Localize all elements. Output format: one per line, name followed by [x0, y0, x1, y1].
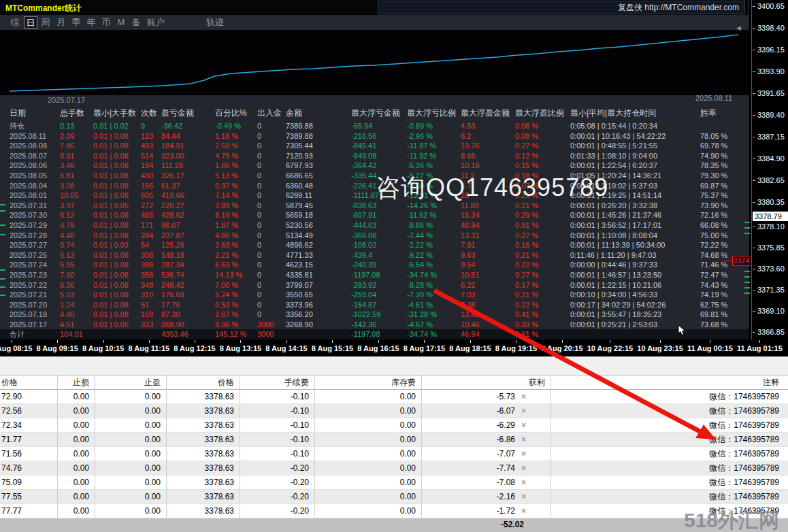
- stats-row[interactable]: 2025.08.087.860.01 | 0.08493184.512.59 %…: [0, 141, 749, 151]
- stats-row[interactable]: 2025.07.308.120.01 | 0.08485428.628.19 %…: [0, 210, 749, 220]
- stats-row[interactable]: 2025.07.201.240.01 | 0.085117.760.53 %03…: [0, 300, 749, 310]
- position-cell-profit: -6.29×: [422, 418, 551, 433]
- close-position-icon[interactable]: ×: [521, 493, 526, 501]
- menu-item-year[interactable]: 年: [84, 16, 98, 29]
- positions-header-cell[interactable]: 价格: [0, 376, 58, 390]
- stats-header-cell: 盈亏金额: [161, 106, 215, 120]
- stats-cell-count: 348: [141, 280, 161, 290]
- time-axis-label: 10 Aug 22:15: [587, 344, 633, 352]
- stats-cell-hold: 0:00:00 | 0:44:46 | 9:37:33: [570, 260, 700, 270]
- panel-collapse-arrow[interactable]: ◀: [736, 24, 741, 31]
- stats-cell-max_dd_pct: -34.74 %: [407, 270, 461, 280]
- menu-item-track[interactable]: 轨迹: [206, 16, 224, 29]
- stats-row[interactable]: 2025.08.112.090.01 | 0.0812384.441.16 %0…: [0, 131, 749, 142]
- stats-row[interactable]: 2025.07.184.400.01 | 0.0815987.302.67 %0…: [0, 310, 749, 320]
- price-axis-label: 3384.90: [757, 154, 785, 163]
- time-axis[interactable]: 8 Aug 08:158 Aug 09:158 Aug 10:158 Aug 1…: [0, 340, 788, 356]
- position-cell-price_open: 72.34: [0, 418, 58, 433]
- close-position-icon[interactable]: ×: [521, 421, 526, 429]
- position-row[interactable]: 72.900.000.003378.63-0.100.00-5.73×微信：17…: [0, 390, 788, 404]
- close-position-icon[interactable]: ×: [521, 407, 526, 415]
- stats-row[interactable]: 2025.07.284.480.01 | 0.08284237.874.86 %…: [0, 231, 749, 241]
- positions-header-cell[interactable]: 止盈: [95, 376, 167, 390]
- menu-item-currency[interactable]: 币: [99, 16, 113, 29]
- stats-cell-max_dd_pct: -31.28 %: [407, 310, 461, 320]
- close-position-icon[interactable]: ×: [521, 435, 526, 444]
- menu-item-week[interactable]: 周: [39, 16, 52, 29]
- position-row[interactable]: 71.560.000.003378.63-0.100.00-7.07×微信：17…: [0, 447, 788, 461]
- stats-row[interactable]: 2025.07.215.030.01 | 0.08310176.695.24 %…: [0, 290, 749, 300]
- stats-row[interactable]: 2025.07.294.790.01 | 0.0817196.071.87 %0…: [0, 220, 749, 231]
- panel-titlebar[interactable]: MTCommander统计 复盘侠 http://MTCommander.com: [0, 0, 748, 15]
- stats-cell-count: 171: [141, 220, 161, 231]
- stats-row[interactable]: 2025.08.043.080.01 | 0.0815661.370.97 %0…: [0, 181, 749, 191]
- stats-row[interactable]: 持仓0.130.01 | 0.029-36.42-0.49 %07389.88-…: [0, 121, 749, 131]
- stats-row[interactable]: 合计104.014353.46145.12 %3000-1197.08-34.7…: [0, 329, 749, 339]
- stats-cell-count: 308: [141, 250, 161, 261]
- price-axis-label: 3387.15: [757, 133, 785, 141]
- price-axis[interactable]: 3400.653398.403396.153393.903391.653389.…: [751, 0, 788, 340]
- stats-cell-win: 78.35 %: [700, 161, 749, 171]
- stats-cell-date: 2025.08.07: [10, 151, 60, 161]
- tick-dash: [744, 227, 750, 229]
- menu-item-zong[interactable]: 综: [8, 16, 22, 29]
- stats-cell-balance: 4771.33: [286, 250, 351, 261]
- stats-row[interactable]: 2025.07.313.970.01 | 0.05272220.273.89 %…: [0, 201, 749, 211]
- positions-header-cell[interactable]: 库存费: [315, 376, 422, 390]
- stats-row[interactable]: 2025.08.078.910.01 | 0.08514323.004.75 %…: [0, 151, 749, 161]
- position-row[interactable]: 74.760.000.003378.63-0.200.00-7.74×微信：17…: [0, 461, 788, 476]
- menu-item-quarter[interactable]: 季: [69, 16, 83, 29]
- positions-header-cell[interactable]: 获利: [422, 376, 551, 390]
- tick-dash: [0, 210, 5, 212]
- stats-cell-win: 79.30 %: [700, 171, 749, 181]
- stats-cell-pct: 7.14 %: [215, 190, 257, 201]
- stats-cell-balance: 4623.15: [286, 260, 351, 270]
- stats-row[interactable]: 2025.08.0110.050.01 | 0.08605419.667.14 …: [0, 190, 749, 201]
- brand-link[interactable]: 复盘侠 http://MTCommander.com: [378, 1, 745, 14]
- stats-header-cell: 最大浮盈金额: [461, 106, 515, 120]
- stats-cell-minmax: 0.01 | 0.08: [93, 231, 141, 241]
- equity-curve-chart[interactable]: [0, 30, 749, 95]
- stats-row[interactable]: 2025.07.225.360.01 | 0.08348248.427.00 %…: [0, 280, 749, 290]
- position-row[interactable]: 72.560.000.003378.63-0.100.00-6.07×微信：17…: [0, 404, 788, 418]
- stats-cell-max_dd: -293.92: [351, 280, 407, 290]
- profit-value: -7.08: [497, 476, 515, 490]
- close-position-icon[interactable]: ×: [521, 464, 526, 472]
- position-row[interactable]: 75.090.000.003378.63-0.200.00-7.08×微信：17…: [0, 476, 788, 490]
- stats-cell-pct: 1.66 %: [215, 161, 257, 171]
- position-cell-tp: 0.00: [95, 461, 167, 476]
- stats-cell-max_dd_pct: -11.87 %: [407, 141, 461, 151]
- stats-cell-date: 2025.07.31: [10, 201, 60, 211]
- stats-row[interactable]: 2025.07.245.950.01 | 0.08396287.346.63 %…: [0, 260, 749, 270]
- position-cell-profit: -6.07×: [422, 404, 551, 418]
- stats-row[interactable]: 2025.08.063.460.01 | 0.08194111.281.66 %…: [0, 161, 749, 171]
- positions-header-cell[interactable]: 注释: [551, 376, 788, 390]
- position-row[interactable]: 72.340.000.003378.63-0.100.00-6.29×微信：17…: [0, 418, 788, 433]
- menu-item-m[interactable]: M: [114, 16, 128, 29]
- menu-item-backup[interactable]: 备: [129, 16, 143, 29]
- close-position-icon[interactable]: ×: [521, 507, 526, 515]
- close-position-icon[interactable]: ×: [521, 478, 526, 486]
- menu-item-month[interactable]: 月: [54, 16, 68, 29]
- positions-header-cell[interactable]: 价格: [167, 376, 240, 390]
- price-axis-label: 3382.65: [757, 176, 785, 184]
- stats-row[interactable]: 2025.07.174.510.01 | 0.05323268.908.96 %…: [0, 320, 749, 330]
- stats-cell-pnl: 326.17: [161, 171, 215, 181]
- stats-cell-pct: 2.63 %: [215, 240, 257, 250]
- stats-cell-inout: 0: [257, 270, 286, 280]
- menu-item-account[interactable]: 账户: [145, 16, 167, 29]
- position-row[interactable]: 71.770.000.003378.63-0.100.00-6.86×微信：17…: [0, 433, 788, 447]
- close-position-icon[interactable]: ×: [521, 450, 526, 458]
- stats-row[interactable]: 2025.07.237.900.01 | 0.08356536.7414.13 …: [0, 270, 749, 280]
- position-row[interactable]: 77.550.000.003378.63-0.200.00-2.16×微信：17…: [0, 490, 788, 504]
- stats-row[interactable]: 2025.07.255.130.01 | 0.08308148.183.21 %…: [0, 250, 749, 261]
- stats-cell-max_dd_pct: -5.54 %: [407, 260, 461, 270]
- close-position-icon[interactable]: ×: [521, 393, 526, 401]
- menu-item-day[interactable]: 日: [24, 16, 37, 29]
- positions-header-cell[interactable]: 止损: [58, 376, 95, 390]
- positions-header-cell[interactable]: 手续费: [240, 376, 315, 390]
- stats-cell-count: 272: [141, 201, 161, 211]
- stats-row[interactable]: 2025.07.270.740.01 | 0.0354125.292.63 %0…: [0, 240, 749, 250]
- position-row[interactable]: 77.770.000.003378.63-0.200.00-1.72×微信：17…: [0, 504, 788, 518]
- stats-row[interactable]: 2025.08.056.810.01 | 0.08430326.175.13 %…: [0, 171, 749, 181]
